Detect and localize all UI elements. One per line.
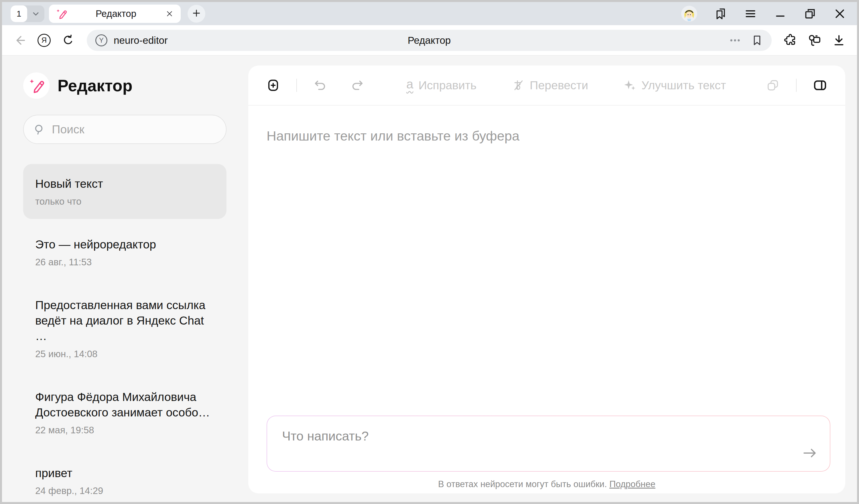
editor-surface[interactable]: Напишите текст или вставьте из буфера [248, 106, 845, 166]
send-icon[interactable] [802, 445, 818, 462]
menu-icon[interactable] [744, 7, 757, 20]
site-badge-icon[interactable]: Y [95, 34, 107, 46]
window-controls [681, 6, 846, 22]
copy-icon[interactable] [766, 79, 779, 92]
tab-close-icon[interactable] [165, 10, 174, 18]
editor-toolbar: а Исправить Перевести Улучшить текст [248, 65, 845, 106]
yandex-letter: Я [37, 34, 51, 47]
improve-button[interactable]: Улучшить текст [622, 78, 727, 92]
search-input[interactable] [51, 122, 217, 137]
app-logo-row: Редактор [23, 72, 226, 99]
passwords-icon[interactable] [808, 33, 822, 47]
redo-icon[interactable] [351, 79, 364, 92]
back-icon[interactable] [13, 34, 27, 47]
avatar[interactable] [681, 6, 697, 22]
item-date: 25 июн., 14:08 [35, 349, 214, 360]
prompt-placeholder: Что написать? [282, 429, 815, 444]
download-icon[interactable] [832, 34, 846, 47]
item-title: привет [35, 465, 214, 481]
list-item[interactable]: Предоставленная вами ссылка ведёт на диа… [23, 285, 226, 371]
search-icon [33, 123, 46, 136]
bookmark-flag-icon[interactable] [751, 34, 763, 46]
item-date: 24 февр., 14:29 [35, 485, 214, 496]
item-title: Новый текст [35, 176, 214, 192]
extensions-icon[interactable] [784, 34, 797, 47]
tab-title: Редактор [67, 8, 165, 19]
bookmarks-stack-icon[interactable] [714, 7, 727, 20]
panel-toggle-icon[interactable] [813, 78, 827, 92]
new-tab-icon [192, 8, 201, 19]
fix-icon: а [406, 78, 413, 93]
list-item[interactable]: Фигура Фёдора Михайловича Достоевского з… [23, 377, 226, 448]
item-title-line2: ведёт на диалог в Яндекс Chat … [35, 313, 214, 344]
sparkles-icon [624, 79, 636, 92]
page: Редактор Новый текст только что Это — не… [2, 58, 857, 502]
item-title: Это — нейроредактор [35, 237, 214, 252]
item-title: Фигура Фёдора Михайловича [35, 389, 214, 405]
chevron-down-icon[interactable] [27, 9, 44, 18]
omnibox-actions [729, 34, 763, 47]
improve-label: Улучшить текст [642, 79, 726, 92]
page-title: Редактор [87, 35, 772, 46]
prompt-box: Что написать? [267, 415, 830, 472]
tab-count[interactable]: 1 [11, 5, 27, 22]
yandex-home-icon[interactable]: Я [37, 34, 51, 47]
item-title: Предоставленная вами ссылка [35, 297, 214, 313]
editor-card: а Исправить Перевести Улучшить текст [248, 65, 845, 493]
disclaimer-text: В ответах нейросети могут быть ошибки. [438, 479, 607, 489]
translate-icon [512, 79, 525, 92]
item-date: 22 мая, 19:58 [35, 425, 214, 436]
new-tab-button[interactable] [187, 5, 205, 22]
prompt-input[interactable]: Что написать? [267, 416, 830, 471]
item-title-line2: Достоевского занимает особо… [35, 405, 214, 420]
magic-pencil-icon [23, 72, 49, 99]
list-item[interactable]: привет 24 февр., 14:29 [23, 453, 226, 504]
close-icon[interactable] [833, 7, 846, 20]
sidebar: Редактор Новый текст только что Это — не… [2, 58, 248, 502]
fix-label: Исправить [418, 79, 477, 92]
tab-editor[interactable]: Редактор [49, 4, 181, 23]
browser-window: 1 Редактор [0, 0, 859, 504]
divider [296, 79, 297, 92]
document-list: Новый текст только что Это — нейроредакт… [23, 164, 226, 504]
magic-pencil-icon [56, 8, 67, 19]
omnibox-site: Y neuro-editor [95, 34, 168, 46]
address-bar-row: Я Y neuro-editor Редактор [2, 25, 857, 56]
omnibox[interactable]: Y neuro-editor Редактор [87, 30, 772, 51]
list-item[interactable]: Это — нейроредактор 26 авг., 11:53 [23, 225, 226, 280]
search-box[interactable] [23, 115, 226, 144]
minimize-icon[interactable] [774, 7, 786, 20]
divider [796, 79, 797, 92]
editor-placeholder: Напишите текст или вставьте из буфера [267, 128, 827, 144]
tab-counter[interactable]: 1 [11, 5, 44, 22]
fix-button[interactable]: а Исправить [405, 78, 478, 93]
list-item-new-text[interactable]: Новый текст только что [23, 164, 226, 219]
restore-icon[interactable] [804, 7, 816, 20]
undo-icon[interactable] [314, 79, 327, 92]
translate-label: Перевести [530, 79, 588, 92]
tab-strip: 1 Редактор [2, 2, 857, 25]
item-date: 26 авг., 11:53 [35, 257, 214, 268]
new-doc-icon[interactable] [267, 79, 280, 92]
app-title: Редактор [58, 76, 133, 95]
url-text[interactable]: neuro-editor [114, 35, 168, 46]
disclaimer: В ответах нейросети могут быть ошибки. П… [248, 479, 845, 489]
more-details-link[interactable]: Подробнее [609, 479, 655, 489]
item-date: только что [35, 196, 214, 207]
translate-button[interactable]: Перевести [510, 78, 590, 92]
more-icon[interactable] [729, 34, 741, 47]
reload-icon[interactable] [62, 34, 75, 47]
